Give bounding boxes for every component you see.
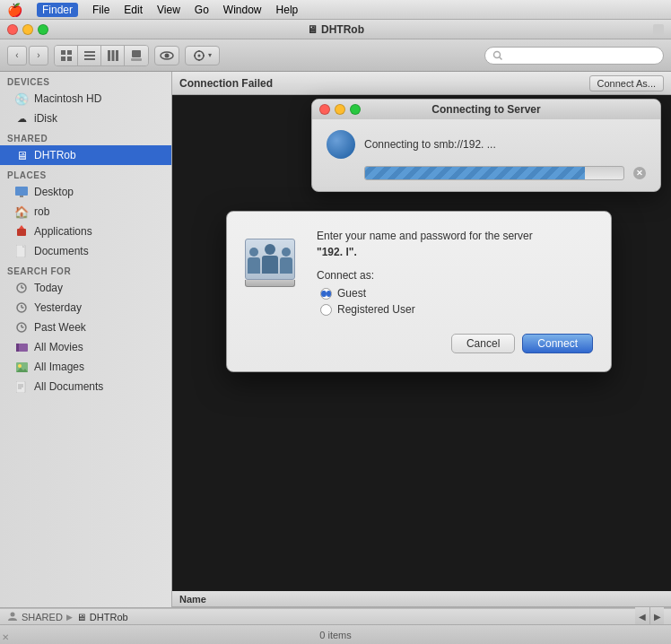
connection-failed-text: Connection Failed <box>179 77 273 90</box>
sidebar-section-search: SEARCH FOR <box>0 261 171 278</box>
sidebar-item-macintosh-hd[interactable]: 💿 Macintosh HD <box>0 89 171 109</box>
file-menu[interactable]: File <box>92 4 109 16</box>
sidebar-item-all-documents[interactable]: All Documents <box>0 377 171 396</box>
back-button[interactable]: ‹ <box>7 46 27 65</box>
breadcrumb-bar: SHARED ▶ 🖥 DHTRob ◀ ▶ <box>0 608 671 624</box>
dhtrob-icon: 🖥 <box>14 148 29 162</box>
macintosh-hd-icon: 💿 <box>14 91 29 106</box>
registered-user-radio[interactable] <box>320 304 332 316</box>
maximize-button[interactable] <box>38 24 48 35</box>
auth-buttons: Cancel Connect <box>245 334 593 353</box>
auth-content: Enter your name and password for the ser… <box>317 230 593 319</box>
sidebar: DEVICES 💿 Macintosh HD ☁ iDisk SHARED 🖥 … <box>0 72 172 607</box>
applications-icon <box>14 224 29 239</box>
sidebar-item-dhtrob[interactable]: 🖥 DHTRob <box>0 145 171 165</box>
status-bar: ✕ 0 items <box>0 624 671 644</box>
resize-icon: ✕ <box>2 632 9 642</box>
content-pane: Connection Failed Connect As... Name <box>172 72 671 607</box>
sidebar-item-past-week[interactable]: Past Week <box>0 318 171 337</box>
connecting-traffic-lights <box>319 104 361 115</box>
svg-rect-2 <box>61 57 65 61</box>
action-arrow: ▾ <box>208 51 212 59</box>
sidebar-item-applications[interactable]: Applications <box>0 222 171 241</box>
svg-marker-25 <box>19 225 24 229</box>
finder-menu[interactable]: Finder <box>37 3 78 17</box>
auth-dialog: Enter your name and password for the ser… <box>226 211 612 372</box>
column-header: Name <box>172 591 671 607</box>
toolbar: ‹ › ▾ <box>0 39 671 72</box>
documents-icon <box>14 244 29 258</box>
guest-radio[interactable] <box>320 288 332 300</box>
eye-button[interactable] <box>154 46 179 65</box>
action-button[interactable]: ▾ <box>185 46 220 65</box>
window-menu[interactable]: Window <box>223 4 262 16</box>
bottom-bar: SHARED ▶ 🖥 DHTRob ◀ ▶ ✕ 0 items <box>0 607 671 644</box>
sidebar-item-all-images[interactable]: All Images <box>0 357 171 377</box>
sidebar-item-rob[interactable]: 🏠 rob <box>0 202 171 222</box>
view-list-button[interactable] <box>78 46 101 65</box>
svg-rect-7 <box>108 50 110 61</box>
svg-rect-8 <box>111 50 114 61</box>
svg-point-13 <box>165 53 170 57</box>
main-area: DEVICES 💿 Macintosh HD ☁ iDisk SHARED 🖥 … <box>0 72 671 607</box>
connecting-body: Connecting to smb://192. ... ✕ <box>312 119 660 191</box>
auth-message: Enter your name and password for the ser… <box>317 230 593 242</box>
window-title: 🖥 DHTRob <box>307 23 364 36</box>
connecting-min[interactable] <box>335 104 345 115</box>
svg-rect-0 <box>61 50 65 55</box>
sidebar-section-devices: DEVICES <box>0 72 171 89</box>
registered-user-label: Registered User <box>337 303 415 316</box>
connecting-close[interactable] <box>319 104 330 115</box>
view-menu[interactable]: View <box>157 4 180 16</box>
zoom-indicator <box>653 24 664 35</box>
cancel-button[interactable]: Cancel <box>451 334 515 353</box>
view-columns-button[interactable] <box>101 46 125 65</box>
svg-line-21 <box>500 57 502 59</box>
connecting-status-row: Connecting to smb://192. ... <box>327 130 646 159</box>
svg-rect-1 <box>67 50 72 55</box>
help-menu[interactable]: Help <box>276 4 299 16</box>
sidebar-item-documents[interactable]: Documents <box>0 241 171 261</box>
idisk-icon: ☁ <box>14 111 29 126</box>
yesterday-icon <box>14 300 29 315</box>
breadcrumb-arrow: ▶ <box>66 613 73 622</box>
auth-body: Enter your name and password for the ser… <box>245 230 593 319</box>
go-menu[interactable]: Go <box>195 4 209 16</box>
minimize-button[interactable] <box>22 24 33 35</box>
search-box[interactable] <box>484 47 664 65</box>
menu-bar: 🍎 Finder File Edit View Go Window Help <box>0 0 671 20</box>
search-input[interactable] <box>507 50 641 61</box>
guest-label: Guest <box>337 287 366 300</box>
guest-radio-row: Guest <box>320 287 593 300</box>
connecting-max[interactable] <box>350 104 361 115</box>
close-button[interactable] <box>7 24 18 35</box>
svg-point-15 <box>198 54 201 57</box>
svg-rect-5 <box>84 55 95 57</box>
edit-menu[interactable]: Edit <box>124 4 143 16</box>
progress-cancel-button[interactable]: ✕ <box>633 167 646 179</box>
breadcrumb-shared-icon <box>7 611 18 623</box>
finder-window: 🖥 DHTRob ‹ › ▾ <box>0 20 671 644</box>
sidebar-item-yesterday[interactable]: Yesterday <box>0 298 171 318</box>
sidebar-item-today[interactable]: Today <box>0 278 171 298</box>
past-week-icon <box>14 320 29 335</box>
sidebar-item-desktop[interactable]: Desktop <box>0 182 171 202</box>
breadcrumb-dhtrob: 🖥 DHTRob <box>76 612 128 622</box>
connect-button[interactable]: Connect <box>522 334 593 353</box>
traffic-lights <box>7 24 48 35</box>
view-icon-button[interactable] <box>55 46 78 65</box>
sidebar-item-idisk[interactable]: ☁ iDisk <box>0 109 171 128</box>
svg-rect-24 <box>17 229 26 236</box>
connecting-sphere <box>327 130 355 159</box>
view-cover-button[interactable] <box>125 46 148 65</box>
sidebar-item-all-movies[interactable]: All Movies <box>0 337 171 357</box>
nav-buttons: ‹ › <box>7 46 48 65</box>
connect-as-button[interactable]: Connect As... <box>589 75 664 91</box>
name-column-header: Name <box>179 594 206 605</box>
forward-button[interactable]: › <box>29 46 48 65</box>
svg-rect-38 <box>16 344 19 352</box>
connecting-title-bar: Connecting to Server <box>312 100 660 119</box>
all-images-icon <box>14 360 29 374</box>
apple-menu[interactable]: 🍎 <box>7 3 22 17</box>
sidebar-section-places: PLACES <box>0 165 171 182</box>
